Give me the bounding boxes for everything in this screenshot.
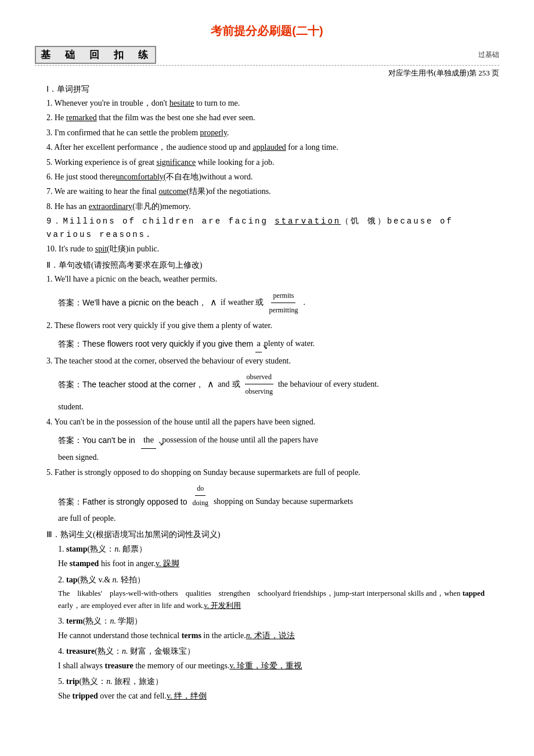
answer-end: shopping on Sunday because supermarkets bbox=[214, 494, 353, 510]
the-strikethrough: the↘ bbox=[141, 431, 156, 449]
part1-title: Ⅰ．单词拼写 bbox=[46, 84, 499, 95]
list-item: 3. I'm confirmed that he can settle the … bbox=[46, 127, 499, 139]
answer-underline: v. 绊，绊倒 bbox=[167, 692, 207, 700]
question-3: 3. The teacher stood at the corner, obse… bbox=[46, 355, 499, 368]
vocab-example-2: The likables' plays-well-with-others qua… bbox=[58, 588, 499, 612]
underline-word: uncomfortably bbox=[116, 172, 163, 181]
answer-label: 答案：You can't be in bbox=[58, 432, 135, 448]
or-word: 或 bbox=[232, 376, 240, 393]
vocab-example-5: She tripped over the cat and fell.v. 绊，绊… bbox=[58, 690, 499, 703]
section-header: 基 础 回 扣 练 过基础 bbox=[35, 46, 499, 66]
fraction-do: do doing bbox=[191, 481, 210, 510]
answer-2: 答案：These flowers root very quickly if yo… bbox=[58, 334, 499, 352]
answer-3: 答案：The teacher stood at the corner， ∧ an… bbox=[58, 370, 499, 398]
list-item: 5. Working experience is of great signif… bbox=[46, 156, 499, 169]
answer-4: 答案：You can't be in the↘ possession of th… bbox=[58, 431, 499, 449]
answer-5-cont: are full of people. bbox=[58, 512, 499, 525]
vocab-item-1: 1. stamp(熟义：n. 邮票） bbox=[58, 542, 499, 556]
part2-title: Ⅱ．单句改错(请按照高考要求在原句上修改) bbox=[46, 260, 499, 271]
period: . bbox=[303, 294, 305, 311]
underline-word: applauded bbox=[252, 143, 286, 152]
answer-underline: n. 术语，说法 bbox=[246, 631, 295, 640]
answer-label: 答案：These flowers root very quickly if yo… bbox=[58, 336, 253, 352]
underline-word: hesitate bbox=[169, 99, 194, 107]
underline-word: outcome bbox=[158, 187, 186, 196]
answer-label: 答案：We'll have a picnic on the beach， bbox=[58, 294, 207, 311]
list-item: 6. He just stood thereuncomfortably(不自在地… bbox=[46, 171, 499, 183]
answer-4-cont: been signed. bbox=[58, 451, 499, 464]
answer-end: possession of the house until all the pa… bbox=[162, 432, 318, 448]
list-item: 10. It's rude to spit(吐痰)in public. bbox=[46, 243, 499, 255]
answer-1: 答案：We'll have a picnic on the beach， ∧ i… bbox=[58, 289, 499, 317]
underline-word: remarked bbox=[66, 113, 97, 122]
underline-word: starvation bbox=[275, 217, 341, 226]
answer-label: 答案：The teacher stood at the corner， bbox=[58, 376, 204, 393]
vocab-item-2: 2. tap(熟义 v.& n. 轻拍） bbox=[58, 573, 499, 587]
answer-underline: v. 珍重，珍爱，重视 bbox=[229, 661, 302, 670]
list-item: 9．Millions of children are facing starva… bbox=[46, 215, 499, 241]
vocab-item-3: 3. term(熟义：n. 学期） bbox=[58, 614, 499, 628]
question-1: 1. We'll have a picnic on the beach, wea… bbox=[46, 273, 499, 286]
caret-symbol: ∧ bbox=[207, 375, 214, 394]
if-word: if bbox=[221, 294, 226, 311]
list-item: 2. He remarked that the film was the bes… bbox=[46, 111, 499, 124]
vocab-item-4: 4. treasure(熟义：n. 财富，金银珠宝） bbox=[58, 645, 499, 658]
vocab-item-5: 5. trip(熟义：n. 旅程，旅途） bbox=[58, 675, 499, 689]
vocab-example-1: He stamped his foot in anger.v. 跺脚 bbox=[58, 557, 499, 570]
caret-symbol: ∧ bbox=[210, 293, 217, 312]
list-item: 7. We are waiting to hear the final outc… bbox=[46, 185, 499, 198]
answer-3-cont: student. bbox=[58, 401, 499, 413]
answer-end: the behaviour of every student. bbox=[278, 376, 379, 393]
answer-5: 答案：Father is strongly opposed to do doin… bbox=[58, 481, 499, 510]
page-reference: 对应学生用书(单独成册)第 253 页 bbox=[35, 68, 499, 78]
a-strikethrough: a↘ bbox=[255, 334, 262, 352]
answer-underline: v. 跺脚 bbox=[156, 559, 179, 568]
question-4: 4. You can't be in the possession of the… bbox=[46, 416, 499, 429]
question-2: 2. These flowers root very quickly if yo… bbox=[46, 319, 499, 332]
weather-word: weather 或 bbox=[228, 294, 264, 311]
answer-label: 答案：Father is strongly opposed to bbox=[58, 494, 187, 510]
underline-word: spit bbox=[95, 244, 107, 253]
answer-underline: v. 开发利用 bbox=[204, 601, 241, 610]
fraction-observed: observed observing bbox=[244, 370, 275, 398]
list-item: 1. Whenever you're in trouble，don't hesi… bbox=[46, 97, 499, 110]
and-word: and bbox=[218, 376, 229, 393]
fraction-permits: permits permitting bbox=[267, 289, 300, 317]
question-5: 5. Father is strongly opposed to do shop… bbox=[46, 466, 499, 479]
underline-word: extraordinary bbox=[89, 202, 132, 211]
list-item: 8. He has an extraordinary(非凡的)memory. bbox=[46, 200, 499, 213]
section-right-label: 过基础 bbox=[478, 50, 499, 60]
vocab-example-3: He cannot understand those technical ter… bbox=[58, 629, 499, 642]
part3-title: Ⅲ．熟词生义(根据语境写出加黑词的词性及词义) bbox=[46, 530, 499, 540]
section-title-box: 基 础 回 扣 练 bbox=[35, 46, 156, 64]
underline-word: significance bbox=[157, 158, 196, 167]
list-item: 4. After her excellent performance，the a… bbox=[46, 141, 499, 154]
vocab-example-4: I shall always treasure the memory of ou… bbox=[58, 660, 499, 672]
page-title: 考前提分必刷题(二十) bbox=[35, 23, 499, 39]
underline-word: properly bbox=[200, 128, 228, 137]
answer-end: plenty of water. bbox=[264, 336, 315, 352]
